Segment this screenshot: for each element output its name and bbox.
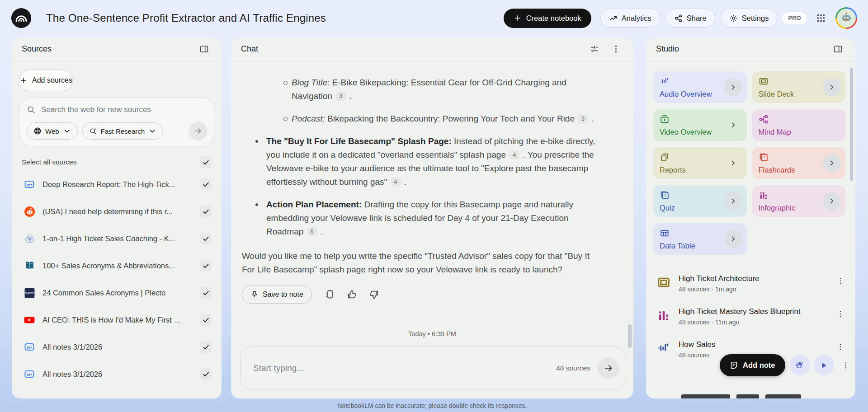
svg-text:m+: m+ — [27, 183, 33, 187]
chat-date-divider: Today • 6:39 PM — [231, 327, 633, 341]
source-checkbox[interactable] — [200, 341, 212, 353]
chevron-right-icon[interactable] — [823, 192, 841, 210]
source-checkbox[interactable] — [200, 178, 212, 190]
source-row[interactable]: m+ Deep Research Report: The High-Tick..… — [12, 171, 222, 198]
settings-label: Settings — [742, 14, 769, 23]
note-more-menu-icon[interactable] — [834, 307, 847, 321]
chevron-right-icon[interactable] — [823, 78, 841, 96]
thumbs-up-icon[interactable] — [346, 289, 357, 300]
source-checkbox[interactable] — [200, 260, 212, 272]
add-sources-button[interactable]: Add sources — [19, 70, 73, 91]
source-row[interactable]: AI CEO: THIS is How I'd Make My First ..… — [12, 306, 222, 333]
citation-chip[interactable]: 3 — [335, 92, 346, 101]
tool-infographic[interactable]: Infographic — [752, 185, 846, 217]
topbar-actions: Create notebook Analytics Share Settings… — [504, 7, 857, 29]
video-overview-icon — [660, 114, 670, 124]
copy-icon[interactable] — [324, 289, 335, 300]
chat-settings-tune-icon[interactable] — [586, 42, 602, 57]
save-to-note-button[interactable]: Save to note — [242, 286, 312, 304]
tool-reports[interactable]: Reports — [653, 147, 747, 179]
select-all-checkbox[interactable] — [200, 156, 212, 168]
svg-text:m+: m+ — [27, 372, 33, 377]
share-button[interactable]: Share — [665, 9, 715, 28]
source-title: AI CEO: THIS is How I'd Make My First ..… — [42, 316, 200, 324]
collapse-sources-panel-icon[interactable] — [196, 42, 212, 57]
source-title: 24 Common Sales Acronyms | Plecto — [42, 289, 200, 297]
chat-input[interactable] — [253, 363, 556, 373]
source-checkbox[interactable] — [200, 314, 212, 326]
thumbs-down-icon[interactable] — [369, 289, 380, 300]
citation-chip[interactable]: 3 — [578, 114, 588, 123]
data-table-icon — [660, 228, 670, 238]
interactive-mode-hand-button[interactable] — [789, 355, 810, 375]
notebooklm-logo-icon[interactable] — [11, 8, 32, 28]
youtube-icon — [24, 314, 35, 326]
chevron-right-icon[interactable] — [823, 154, 841, 172]
bullet-label: The "Buy It For Life Basecamp" Splash Pa… — [266, 136, 452, 146]
audio-note-icon — [657, 342, 670, 355]
note-more-menu-icon[interactable] — [839, 359, 853, 372]
create-notebook-button[interactable]: Create notebook — [504, 9, 591, 28]
top-bar: The One-Sentence Profit Extractor and AI… — [0, 0, 868, 36]
google-apps-grid-icon[interactable] — [812, 9, 830, 27]
chevron-right-icon[interactable] — [724, 78, 742, 96]
research-mode-chip[interactable]: Fast Research — [82, 122, 164, 140]
add-note-button[interactable]: Add note — [720, 354, 785, 376]
source-row[interactable]: (USA) I need help determining if this r.… — [12, 198, 222, 225]
research-chip-label: Fast Research — [101, 127, 145, 135]
chat-panel: Chat Blog Title: E-Bike Bikepacking: Ess… — [231, 38, 633, 398]
source-title: 100+ Sales Acronyms & Abbreviations... — [42, 262, 200, 270]
settings-button[interactable]: Settings — [721, 9, 778, 28]
note-more-menu-icon[interactable] — [834, 274, 847, 288]
chat-scrollbar[interactable] — [628, 324, 632, 348]
infographic-bars-icon — [759, 190, 769, 200]
note-doc-icon: m+ — [24, 368, 35, 380]
studio-scrollbar[interactable] — [850, 68, 853, 181]
play-audio-button[interactable] — [814, 355, 834, 375]
source-row[interactable]: 100+ Sales Acronyms & Abbreviations... — [12, 252, 222, 279]
citation-chip[interactable]: 4 — [509, 150, 519, 159]
source-checkbox[interactable] — [200, 368, 212, 380]
bullet-tail: . — [318, 227, 323, 236]
chat-more-menu-icon[interactable] — [608, 42, 623, 57]
source-checkbox[interactable] — [200, 206, 212, 217]
note-title: How Sales — [679, 340, 715, 349]
tool-slide-deck[interactable]: Slide Deck — [752, 71, 846, 103]
send-message-button[interactable] — [598, 357, 619, 379]
tool-mind-map[interactable]: Mind Map — [752, 109, 846, 141]
tool-video-overview[interactable]: Video Overview — [653, 109, 747, 141]
tool-flashcards[interactable]: Flashcards — [752, 147, 846, 179]
studio-tools-grid: Audio Overview Slide Deck Video Overview… — [646, 61, 855, 255]
search-input[interactable]: Search the web for new sources — [41, 105, 151, 114]
notebook-title[interactable]: The One-Sentence Profit Extractor and AI… — [46, 12, 326, 24]
chevron-right-icon[interactable] — [724, 192, 742, 210]
note-more-menu-icon[interactable] — [834, 340, 847, 354]
source-checkbox[interactable] — [200, 233, 212, 244]
tool-label: Flashcards — [759, 166, 795, 174]
collapse-studio-panel-icon[interactable] — [830, 42, 845, 57]
avatar[interactable] — [835, 7, 857, 29]
tool-audio-overview[interactable]: Audio Overview — [653, 71, 747, 103]
source-row[interactable]: PLECTO 24 Common Sales Acronyms | Plecto — [12, 279, 222, 306]
tool-label: Video Overview — [660, 128, 712, 136]
source-row[interactable]: m+ All notes 3/1/2026 — [12, 360, 222, 388]
citation-chip[interactable]: 4 — [391, 178, 401, 187]
analytics-button[interactable]: Analytics — [600, 9, 660, 28]
source-checkbox[interactable] — [200, 287, 212, 299]
chevron-right-icon[interactable] — [724, 116, 742, 134]
chevron-right-icon[interactable] — [724, 154, 742, 172]
note-row[interactable]: High Ticket Architecture 48 sources · 1m… — [646, 267, 855, 300]
source-title: All notes 3/1/2026 — [42, 343, 200, 351]
web-source-type-chip[interactable]: Web — [27, 122, 78, 140]
submit-search-button[interactable] — [189, 122, 208, 140]
chat-bullet: The "Buy It For Life Basecamp" Splash Pa… — [242, 135, 600, 189]
pin-icon — [250, 290, 259, 299]
citation-chip[interactable]: 5 — [307, 227, 317, 236]
tool-quiz[interactable]: ? Quiz — [653, 185, 747, 217]
disclaimer-text: NotebookLM can be inaccurate; please dou… — [231, 402, 633, 409]
tool-data-table[interactable]: Data Table — [653, 223, 747, 255]
source-row[interactable]: 1-on-1 High Ticket Sales Coaching - K... — [12, 225, 222, 252]
source-row[interactable]: m+ All notes 3/1/2026 — [12, 333, 222, 360]
note-row[interactable]: High-Ticket Mastery Sales Blueprint 48 s… — [646, 300, 855, 333]
chevron-right-icon[interactable] — [724, 230, 742, 248]
